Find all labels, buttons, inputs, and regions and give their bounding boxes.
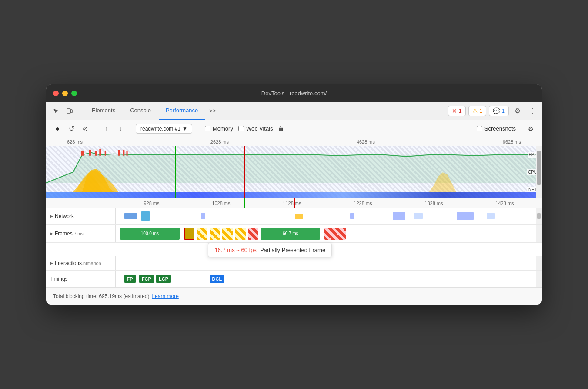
frame-block-ys-2[interactable]	[210, 228, 220, 240]
net-bar-3	[201, 213, 205, 219]
frames-track-content: 100.0 ms 66.7 ms	[116, 225, 542, 242]
network-track-label[interactable]: ▶ Network	[46, 208, 116, 224]
warning-icon: ⚠	[472, 107, 478, 114]
net-bar-6	[393, 212, 405, 220]
svg-rect-8	[123, 150, 124, 156]
performance-area: 628 ms 2628 ms 4628 ms 6628 ms	[46, 137, 542, 287]
tab-console[interactable]: Console	[123, 102, 158, 120]
timings-track-content: FP FCP LCP DCL	[116, 271, 542, 287]
frame-block-rs-2[interactable]	[324, 228, 346, 240]
clear-button[interactable]: ⊘	[79, 123, 91, 135]
delete-button[interactable]: 🗑	[275, 123, 287, 135]
toolbar-gear-button[interactable]: ⚙	[525, 123, 537, 135]
ruler-mark-0: 628 ms	[67, 139, 83, 144]
frame-block-ys-3[interactable]	[222, 228, 233, 240]
timing-fp-badge[interactable]: FP	[124, 275, 136, 283]
ruler-marks-top: 628 ms 2628 ms 4628 ms 6628 ms	[50, 139, 538, 144]
frame-block-ys-4[interactable]	[235, 228, 246, 240]
net-bar-4	[295, 214, 304, 219]
device-icon[interactable]	[63, 105, 76, 117]
toolbar-sep-3	[197, 124, 197, 133]
warning-badge[interactable]: ⚠ 1	[468, 106, 487, 116]
overview-charts[interactable]: FPS CPU NET	[46, 146, 542, 198]
interactions-scrollbar[interactable]	[536, 256, 542, 270]
overview-scrollbar[interactable]	[536, 146, 542, 198]
devtools-window: DevTools - readwrite.com/ Elements Conso…	[46, 84, 542, 305]
network-expand-icon[interactable]: ▶	[50, 214, 53, 218]
top-ruler: 628 ms 2628 ms 4628 ms 6628 ms	[46, 137, 542, 146]
close-button[interactable]	[53, 91, 59, 96]
frames-expand-icon[interactable]: ▶	[50, 231, 53, 236]
net-bar-9	[487, 213, 495, 219]
net-bar	[46, 192, 542, 198]
error-badge[interactable]: ✕ 1	[448, 106, 466, 116]
svg-marker-13	[82, 169, 114, 192]
network-scroll-thumb[interactable]	[537, 213, 541, 219]
more-icon[interactable]: ⋮	[526, 105, 538, 117]
profile-selector[interactable]: readwrite.com #1 ▼	[136, 124, 192, 134]
settings-icon[interactable]: ⚙	[511, 105, 524, 117]
toolbar-sep-1	[96, 124, 96, 133]
cpu-chart	[46, 168, 542, 192]
net-bar-7	[414, 213, 423, 219]
title-bar: DevTools - readwrite.com/	[46, 84, 542, 102]
screenshots-checkbox[interactable]: Screenshots	[477, 125, 516, 132]
svg-rect-3	[89, 150, 91, 156]
red-marker	[244, 146, 245, 198]
window-title: DevTools - readwrite.com/	[261, 90, 327, 97]
tab-icons	[50, 105, 76, 117]
reload-button[interactable]: ↺	[65, 123, 77, 135]
tab-performance[interactable]: Performance	[159, 102, 205, 120]
learn-more-link[interactable]: Learn more	[152, 293, 178, 299]
detail-mark-1: 1028 ms	[212, 201, 230, 206]
tab-bar-right: ✕ 1 ⚠ 1 💬 1 ⚙ ⋮	[448, 105, 538, 117]
net-bar-2	[141, 211, 150, 221]
detail-mark-0: 928 ms	[144, 201, 159, 206]
tab-separator-1	[82, 106, 82, 116]
net-bar-5	[350, 213, 354, 219]
timing-dcl-badge[interactable]: DCL	[210, 275, 225, 283]
toolbar-sep-2	[131, 124, 131, 133]
detail-mark-3: 1228 ms	[354, 201, 372, 206]
memory-checkbox[interactable]: Memory	[205, 125, 233, 132]
web-vitals-checkbox[interactable]: Web Vitals	[238, 125, 273, 132]
timings-scrollbar[interactable]	[536, 271, 542, 287]
frame-block-66ms[interactable]: 66.7 ms	[261, 228, 320, 240]
tab-more[interactable]: >>	[206, 107, 219, 114]
timing-lcp-badge[interactable]: LCP	[156, 275, 171, 283]
frame-block-ys-1[interactable]	[197, 228, 207, 240]
timing-fcp-badge[interactable]: FCP	[139, 275, 154, 283]
network-track: ▶ Network	[46, 208, 542, 225]
frame-block-rs-1[interactable]	[248, 228, 259, 240]
upload-button[interactable]: ↑	[100, 123, 113, 135]
svg-rect-5	[99, 149, 101, 156]
timings-track: Timings FP FCP LCP	[46, 271, 542, 287]
tab-elements[interactable]: Elements	[85, 102, 122, 120]
inspect-icon[interactable]	[50, 105, 62, 117]
chat-icon: 💬	[493, 107, 500, 114]
frame-tooltip: 16.7 ms ~ 60 fps Partially Presented Fra…	[208, 243, 332, 257]
detail-mark-4: 1328 ms	[424, 201, 443, 206]
toolbar-right: Screenshots	[473, 125, 523, 132]
download-button[interactable]: ↓	[114, 123, 127, 135]
frame-block-selected[interactable]	[184, 228, 195, 240]
detail-mark-5: 1428 ms	[495, 201, 514, 206]
tab-bar: Elements Console Performance >> ✕ 1 ⚠ 1 …	[46, 102, 542, 120]
svg-marker-14	[429, 172, 456, 192]
record-button[interactable]: ●	[51, 123, 63, 135]
network-scrollbar[interactable]	[536, 208, 542, 224]
interactions-track-label[interactable]: ▶ Interactions.nimation	[46, 256, 116, 270]
interactions-track: ▶ Interactions.nimation	[46, 256, 542, 271]
minimize-button[interactable]	[62, 91, 68, 96]
info-badge[interactable]: 💬 1	[489, 106, 509, 116]
frames-scrollbar[interactable]	[536, 225, 542, 242]
detail-ruler: 928 ms 1028 ms 1128 ms 1228 ms 1328 ms 1…	[46, 198, 542, 208]
frames-track-label[interactable]: ▶ Frames 7 ms	[46, 225, 116, 242]
net-bar-8	[457, 212, 474, 220]
green-marker	[175, 146, 176, 198]
frame-block-100ms[interactable]: 100.0 ms	[120, 228, 180, 240]
interactions-expand-icon[interactable]: ▶	[50, 261, 53, 265]
scrollbar-thumb[interactable]	[537, 151, 541, 185]
ruler-mark-1: 2628 ms	[210, 139, 229, 144]
maximize-button[interactable]	[71, 91, 77, 96]
